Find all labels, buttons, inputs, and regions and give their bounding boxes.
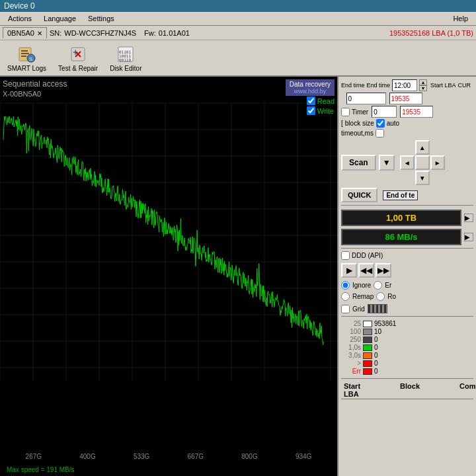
write-label: Write [317, 107, 334, 115]
ignore-radio[interactable] [341, 281, 350, 290]
er-label: Er [385, 282, 391, 289]
quick-button[interactable]: QUICK [341, 188, 377, 202]
disk-editor-icon: 01101 10011 00110 [115, 44, 136, 65]
smart-logs-btn[interactable]: S SMART Logs [3, 42, 51, 74]
serial-label: SN: [50, 29, 61, 37]
ignore-remap-row: Ignore Er [341, 281, 473, 290]
serial-value: WD-WCC3FHZ7NJ4S [64, 29, 136, 37]
table-header: Start LBA Block Comment [341, 381, 473, 399]
menu-language[interactable]: Language [38, 13, 81, 24]
menu-help[interactable]: Help [448, 13, 473, 24]
thresholds-list: 25 953861 100 10 250 0 1,0s 0 3,0s [341, 319, 473, 376]
device-tab[interactable]: 0BN5A0 ✕ [3, 27, 47, 38]
menu-settings[interactable]: Settings [83, 13, 120, 24]
graph-title: Sequential access [3, 79, 67, 89]
quick-end-row: QUICK End of te [341, 188, 473, 202]
lba-inputs-row: x [341, 93, 473, 104]
thresh-250-label: 250 [341, 336, 361, 343]
auto-checkbox[interactable] [376, 119, 385, 128]
thresh-3s-label: 3,0s [341, 352, 361, 359]
start-lba-label: Start LBA [430, 82, 456, 89]
graph-panel: Sequential access X-00BN5A0 Data recover… [0, 77, 337, 476]
x-label-0: 267G [26, 453, 42, 460]
test-repair-btn[interactable]: + Test & Repair [54, 42, 102, 74]
x-label-1: 400G [79, 453, 95, 460]
nav-center[interactable] [415, 155, 430, 170]
ro-radio[interactable] [376, 292, 385, 301]
play-btn[interactable]: ▶ [341, 263, 357, 278]
scan-dropdown[interactable]: ▼ [379, 155, 395, 171]
title-bar: Device 0 [0, 0, 476, 12]
svg-text:00110: 00110 [119, 58, 131, 62]
end-lba-input2[interactable] [400, 106, 433, 118]
thresh-3s: 3,0s 0 [341, 352, 473, 359]
scan-row: Scan ▼ ▲ ◄ ► ▼ [341, 140, 473, 185]
timer-checkbox[interactable] [341, 108, 350, 116]
end-time-label2: End time [367, 82, 391, 89]
menu-actions[interactable]: Actions [3, 13, 37, 24]
er-radio[interactable] [374, 281, 382, 290]
remap-radio[interactable] [341, 292, 350, 301]
grid-checkbox[interactable] [341, 305, 350, 313]
spin-down-icon[interactable]: ▼ [419, 85, 427, 91]
read-write-controls: Read Write [307, 97, 335, 115]
col-comment: Comment [459, 382, 476, 398]
cur-label: CUR [458, 82, 471, 89]
timer-row: Timer [341, 106, 473, 118]
ddd-checkbox[interactable] [341, 251, 350, 260]
remap-ro-row: Remap Ro [341, 292, 473, 301]
tb-expand-btn[interactable]: ▶ [464, 214, 473, 222]
mbs-display-row: 86 MB/s ▶ [341, 229, 473, 245]
nav-right-arrow[interactable]: ► [430, 155, 445, 170]
svg-rect-1 [21, 50, 28, 52]
nav-left-arrow[interactable]: ◄ [400, 155, 415, 170]
toolbar: S SMART Logs + Test & Repair 01101 10011… [0, 40, 476, 77]
remap-label: Remap [352, 293, 374, 300]
thresh-25: 25 953861 [341, 320, 473, 327]
write-checkbox[interactable] [307, 106, 315, 115]
timer-input[interactable] [372, 106, 397, 118]
thresh-3s-val: 0 [374, 352, 387, 359]
fast-forward-btn[interactable]: ▶▶ [376, 263, 391, 278]
ddd-label: DDD (API) [352, 252, 383, 259]
read-checkbox[interactable] [307, 97, 315, 105]
mbs-display: 86 MB/s [341, 229, 461, 245]
rewind-btn[interactable]: ◀◀ [358, 263, 374, 278]
graph-x-labels: 267G 400G 533G 667G 800G 934G [0, 453, 337, 460]
thresh-gt: > 0 [341, 360, 473, 367]
thresh-err-val: 0 [374, 368, 387, 375]
max-speed-label: Max speed = 191 MB/s [7, 466, 75, 473]
nav-up-arrow[interactable]: ▲ [415, 140, 430, 155]
block-size-row: [ block size auto [341, 119, 473, 128]
main-area: Sequential access X-00BN5A0 Data recover… [0, 77, 476, 476]
end-lba-input[interactable] [389, 93, 422, 104]
disk-editor-btn[interactable]: 01101 10011 00110 Disk Editor [105, 42, 146, 74]
title-text: Device 0 [4, 1, 35, 11]
grid-pattern-icon [368, 304, 387, 313]
thresh-1s-label: 1,0s [341, 344, 361, 351]
x-label-4: 800G [241, 453, 257, 460]
smart-logs-icon: S [17, 44, 38, 65]
thresh-3s-color [363, 352, 372, 359]
auto-label: auto [387, 120, 399, 127]
scan-button[interactable]: Scan [341, 155, 376, 171]
disk-editor-label: Disk Editor [110, 65, 141, 72]
spin-up-icon[interactable]: ▲ [419, 79, 427, 85]
thresh-25-val: 953861 [374, 320, 396, 327]
mbs-expand-btn[interactable]: ▶ [464, 233, 473, 241]
timeout-checkbox[interactable] [376, 129, 384, 138]
menu-bar: Actions Language Settings Help [0, 12, 476, 26]
end-time-input[interactable] [392, 79, 417, 91]
website-text: www.hdd.by [290, 88, 331, 95]
thresh-err-color [363, 368, 372, 375]
nav-down-arrow[interactable]: ▼ [415, 171, 430, 185]
close-icon[interactable]: ✕ [37, 30, 42, 37]
grid-label: Grid [352, 305, 365, 313]
fw-value: 01.01A01 [159, 29, 190, 37]
svg-rect-2 [21, 53, 29, 54]
end-time-spin[interactable]: ▲ ▼ [419, 79, 427, 91]
start-lba-input[interactable] [346, 93, 386, 104]
thresh-1s: 1,0s 0 [341, 344, 473, 351]
thresh-gt-label: > [341, 360, 361, 367]
data-recovery-text: Data recovery [290, 81, 331, 88]
